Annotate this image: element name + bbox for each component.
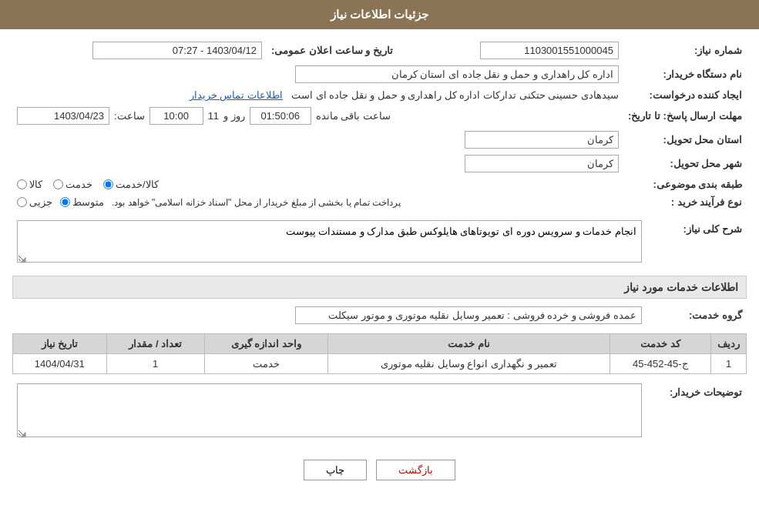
col-radif: ردیف [711, 334, 747, 354]
tawzih-resize-handle: ◢ [20, 430, 26, 438]
sharh-table: شرح کلی نیاز: ◢ [12, 217, 747, 268]
radio-motavasset[interactable]: متوسط [60, 196, 104, 208]
contact-link[interactable]: اطلاعات تماس خریدار [190, 89, 283, 101]
back-button[interactable]: بازگشت [376, 460, 455, 480]
tarikh-value: 1403/04/12 - 07:27 [12, 38, 267, 62]
radio-kala-khedmat[interactable]: کالا/خدمت [103, 179, 159, 190]
page-title: جزئیات اطلاعات نیاز [331, 8, 428, 21]
tawzih-textarea[interactable] [17, 383, 642, 437]
shahr-value: کرمان [12, 152, 623, 176]
ostan-input: کرمان [465, 131, 619, 149]
tawzih-value: ◢ [12, 380, 646, 443]
roz-label: روز و [223, 110, 245, 122]
ostan-value: کرمان [12, 128, 623, 152]
shomara-niaz-input: 1103001551000045 [480, 42, 619, 59]
col-vahed: واحد اندازه گیری [204, 334, 327, 354]
goroh-input: عمده فروشی و خرده فروشی : تعمیر وسایل نق… [295, 306, 642, 324]
sharh-textarea[interactable] [17, 220, 642, 263]
mohlat-ersal-row: 1403/04/23 ساعت: 10:00 11 روز و 01:50:06… [12, 104, 623, 128]
ijad-konande-label: ایجاد کننده درخواست: [623, 86, 747, 104]
services-table: ردیف کد خدمت نام خدمت واحد اندازه گیری ت… [12, 333, 747, 374]
khedmat-label: خدمت [65, 179, 92, 190]
ijad-konande-text: سیدهادی حسینی حتکنی تدارکات اداره کل راه… [291, 89, 619, 101]
mohlat-ersal-label: مهلت ارسال پاسخ: تا تاریخ: [623, 104, 747, 128]
ijad-konande-value: سیدهادی حسینی حتکنی تدارکات اداره کل راه… [12, 86, 623, 104]
col-name: نام خدمت [328, 334, 610, 354]
nam-dastgah-value: اداره کل راهداری و حمل و نقل جاده ای است… [12, 62, 623, 86]
nam-dastgah-input: اداره کل راهداری و حمل و نقل جاده ای است… [295, 65, 619, 83]
goroh-value: عمده فروشی و خرده فروشی : تعمیر وسایل نق… [12, 303, 646, 327]
goroh-table: گروه خدمت: عمده فروشی و خرده فروشی : تعم… [12, 303, 747, 327]
cell-vahed: خدمت [204, 354, 327, 374]
baqi-label: ساعت باقی مانده [316, 110, 391, 122]
cell-radif: 1 [711, 354, 747, 374]
cell-name: تعمیر و نگهداری انواع وسایل نقلیه موتوری [328, 354, 610, 374]
radio-kala[interactable]: کالا [17, 179, 42, 190]
mohlat-date-input: 1403/04/23 [17, 107, 109, 125]
kala-khedmat-label: کالا/خدمت [116, 179, 159, 190]
roz-value: 11 [208, 110, 219, 122]
khadamat-section-header: اطلاعات خدمات مورد نیاز [12, 276, 747, 299]
time-input: 10:00 [149, 107, 203, 125]
main-info-table: شماره نیاز: 1103001551000045 تاریخ و ساع… [12, 38, 747, 211]
radio-khedmat[interactable]: خدمت [53, 179, 92, 190]
col-code: کد خدمت [610, 334, 710, 354]
nam-dastgah-label: نام دستگاه خریدار: [623, 62, 747, 86]
table-row: 1 ج-45-452-45 تعمیر و نگهداری انواع وسای… [13, 354, 747, 374]
nav-farayand-value: جزیی متوسط پرداخت تمام یا بخشی از مبلغ خ… [12, 193, 623, 211]
sharh-value: ◢ [12, 217, 646, 268]
motavasset-label: متوسط [72, 196, 104, 208]
baqi-input: 01:50:06 [250, 107, 311, 125]
sharh-label: شرح کلی نیاز: [646, 217, 747, 268]
radio-jozii[interactable]: جزیی [17, 196, 52, 208]
tarikh-input: 1403/04/12 - 07:27 [92, 42, 262, 59]
bottom-buttons: چاپ بازگشت [12, 449, 747, 491]
print-button[interactable]: چاپ [304, 460, 367, 480]
kala-label: کالا [29, 179, 42, 190]
col-tedad: تعداد / مقدار [106, 334, 204, 354]
shahr-input: کرمان [465, 155, 619, 172]
cell-code: ج-45-452-45 [610, 354, 710, 374]
time-label: ساعت: [114, 110, 145, 122]
col-tarikh: تاریخ نیاز [13, 334, 107, 354]
nav-farayand-label: نوع فرآیند خرید : [623, 193, 747, 211]
shomara-niaz-label: شماره نیاز: [623, 38, 747, 62]
shahr-label: شهر محل تحویل: [623, 152, 747, 176]
tabaqe-label: طبقه بندی موضوعی: [623, 176, 747, 193]
shomara-niaz-value: 1103001551000045 [413, 38, 623, 62]
ostan-label: استان محل تحویل: [623, 128, 747, 152]
nav-farayand-note: پرداخت تمام یا بخشی از مبلغ خریدار از مح… [112, 197, 401, 208]
tabaqe-value: کالا خدمت کالا/خدمت [12, 176, 623, 193]
cell-tedad: 1 [106, 354, 204, 374]
page-header: جزئیات اطلاعات نیاز [0, 0, 759, 29]
tarikh-label: تاریخ و ساعت اعلان عمومی: [267, 38, 398, 62]
resize-handle: ◢ [20, 255, 26, 263]
jozii-label: جزیی [29, 196, 52, 208]
tawzih-table: توضیحات خریدار: ◢ [12, 380, 747, 443]
tawzih-label: توضیحات خریدار: [646, 380, 747, 443]
cell-tarikh: 1404/04/31 [13, 354, 107, 374]
goroh-label: گروه خدمت: [646, 303, 747, 327]
